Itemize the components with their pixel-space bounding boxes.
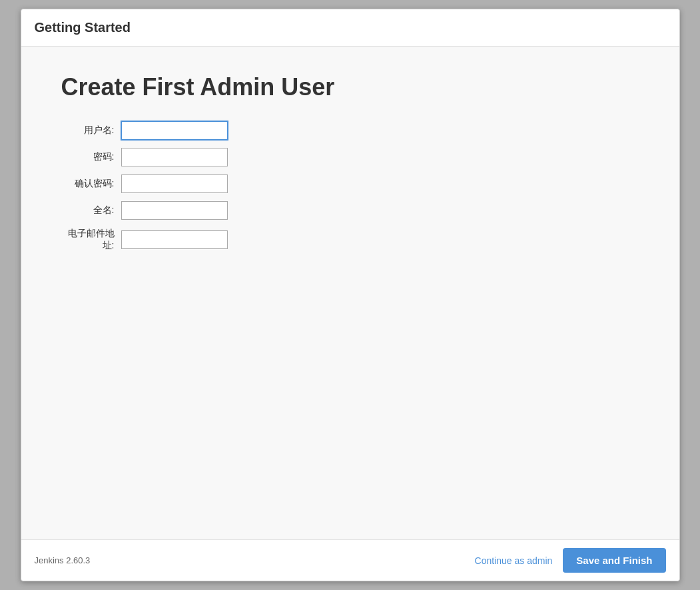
fullname-input[interactable]: [121, 201, 228, 220]
version-text: Jenkins 2.60.3: [35, 555, 91, 565]
main-window: Getting Started Create First Admin User …: [21, 9, 680, 581]
username-row: 用户名:: [61, 121, 639, 140]
email-row: 电子邮件地址:: [61, 228, 639, 252]
password-input[interactable]: [121, 148, 228, 166]
email-input[interactable]: [121, 230, 228, 249]
fullname-row: 全名:: [61, 201, 639, 220]
footer-actions: Continue as admin Save and Finish: [475, 548, 666, 573]
fullname-label: 全名:: [61, 204, 121, 216]
window-content: Create First Admin User 用户名: 密码: 确认密码: 全…: [21, 47, 679, 539]
confirm-password-row: 确认密码:: [61, 174, 639, 193]
window-footer: Jenkins 2.60.3 Continue as admin Save an…: [21, 539, 679, 581]
save-and-finish-button[interactable]: Save and Finish: [563, 548, 665, 573]
confirm-password-input[interactable]: [121, 174, 228, 193]
password-row: 密码:: [61, 148, 639, 166]
email-label: 电子邮件地址:: [61, 228, 121, 252]
username-label: 用户名:: [61, 125, 121, 137]
username-input[interactable]: [121, 121, 228, 140]
form-title: Create First Admin User: [61, 73, 639, 101]
window-header: Getting Started: [21, 9, 679, 47]
continue-as-admin-button[interactable]: Continue as admin: [475, 555, 553, 566]
confirm-password-label: 确认密码:: [61, 178, 121, 190]
window-title: Getting Started: [35, 20, 131, 35]
password-label: 密码:: [61, 151, 121, 163]
